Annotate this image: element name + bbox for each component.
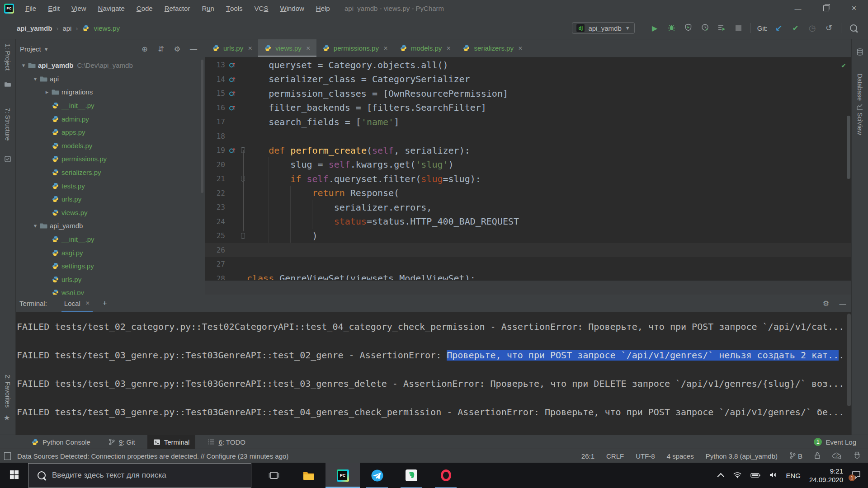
- tree-item-views-py[interactable]: views.py: [15, 206, 205, 220]
- override-marker-icon[interactable]: [225, 147, 239, 154]
- fold-marker-icon[interactable]: [239, 233, 247, 239]
- hide-panel-icon[interactable]: —: [187, 45, 200, 53]
- inspection-ok-icon[interactable]: ✔: [841, 61, 846, 70]
- volume-icon[interactable]: [769, 472, 777, 479]
- new-terminal-button[interactable]: +: [103, 299, 107, 308]
- close-button[interactable]: ×: [840, 0, 868, 17]
- tree-item-urls-py[interactable]: urls.py: [15, 273, 205, 286]
- terminal-minimize-icon[interactable]: —: [834, 300, 852, 307]
- tree-item-permissions-py[interactable]: permissions.py: [15, 152, 205, 166]
- profiler-button[interactable]: [697, 21, 713, 35]
- close-icon[interactable]: ✕: [518, 45, 523, 52]
- keyboard-language-button[interactable]: ENG: [786, 472, 801, 479]
- sidebar-item-sciview[interactable]: SciView: [856, 113, 863, 135]
- tree-item-serializers-py[interactable]: serializers.py: [15, 166, 205, 179]
- pycharm-taskbar-button[interactable]: [326, 463, 360, 488]
- tree-item-wsgi-py[interactable]: wsgi.py: [15, 286, 205, 295]
- tree-item-urls-py[interactable]: urls.py: [15, 192, 205, 206]
- menu-item-tools[interactable]: Tools: [220, 0, 249, 17]
- close-icon[interactable]: ✕: [383, 45, 388, 52]
- override-marker-icon[interactable]: [225, 76, 239, 83]
- git-rollback-button[interactable]: ↺: [821, 21, 837, 35]
- tab-views-py[interactable]: views.py✕: [258, 39, 316, 57]
- commit-tool-icon[interactable]: [5, 156, 11, 164]
- status-message[interactable]: Data Sources Detected: Connection proper…: [17, 452, 288, 460]
- override-marker-icon[interactable]: [225, 90, 239, 97]
- collapse-all-icon[interactable]: ⇵: [154, 45, 168, 53]
- override-marker-icon[interactable]: [225, 61, 239, 68]
- tree-item-api[interactable]: ▾api: [15, 72, 205, 86]
- hidden-icons-chevron-icon[interactable]: [717, 473, 725, 480]
- close-icon[interactable]: ✕: [446, 45, 451, 52]
- minimize-button[interactable]: —: [784, 0, 812, 17]
- inspection-profile-hector-icon[interactable]: [854, 451, 861, 460]
- tree-item-settings-py[interactable]: settings.py: [15, 259, 205, 273]
- toolwindow-button-python-console[interactable]: Python Console: [25, 435, 96, 449]
- code-with-me-cloud-icon[interactable]: ?: [832, 452, 842, 460]
- code-editor[interactable]: 13 queryset = Category.objects.all()14 s…: [205, 57, 851, 280]
- locate-file-icon[interactable]: ⊕: [138, 45, 151, 53]
- menu-item-edit[interactable]: Edit: [42, 0, 66, 17]
- git-commit-button[interactable]: ✔: [787, 21, 804, 35]
- breadcrumb-item-views-py[interactable]: views.py: [94, 24, 120, 32]
- action-center-button[interactable]: 1: [852, 471, 861, 480]
- file-explorer-button[interactable]: [291, 463, 326, 488]
- network-icon[interactable]: [733, 471, 742, 480]
- opera-taskbar-button[interactable]: [429, 463, 463, 488]
- search-everywhere-button[interactable]: [845, 21, 862, 35]
- tab-urls-py[interactable]: urls.py✕: [206, 39, 258, 57]
- taskbar-search-input[interactable]: Введите здесь текст для поиска: [28, 463, 251, 488]
- debug-button[interactable]: [663, 21, 680, 35]
- event-log-button[interactable]: 1 Event Log: [814, 438, 856, 446]
- menu-item-view[interactable]: View: [66, 0, 92, 17]
- close-icon[interactable]: ✕: [85, 300, 90, 306]
- menu-item-navigate[interactable]: Navigate: [92, 0, 131, 17]
- tab-serializers-py[interactable]: serializers.py✕: [457, 39, 528, 57]
- project-scrollbar[interactable]: [201, 60, 203, 193]
- lock-icon[interactable]: [814, 452, 821, 460]
- editor-scrollbar[interactable]: [847, 116, 850, 179]
- sidebar-item-structure[interactable]: 7: Structure: [4, 108, 11, 141]
- terminal-tab-local[interactable]: Local ✕: [60, 295, 94, 312]
- sidebar-item-favorites[interactable]: 2: Favorites: [4, 375, 11, 408]
- gear-icon[interactable]: ⚙: [170, 45, 184, 53]
- menu-item-run[interactable]: Run: [196, 0, 220, 17]
- close-icon[interactable]: ✕: [248, 45, 252, 52]
- run-configuration-select[interactable]: dj api_yamdb ▼: [572, 22, 634, 34]
- indent-style[interactable]: 4 spaces: [667, 452, 694, 460]
- file-encoding[interactable]: UTF-8: [636, 452, 655, 460]
- fold-marker-icon[interactable]: [239, 176, 247, 182]
- project-folder-icon[interactable]: [5, 81, 11, 89]
- start-button[interactable]: [0, 463, 28, 488]
- menu-item-file[interactable]: File: [19, 0, 42, 17]
- tab-permissions-py[interactable]: permissions.py✕: [316, 39, 394, 57]
- line-endings[interactable]: CRLF: [606, 452, 624, 460]
- run-button[interactable]: ▶: [646, 21, 663, 35]
- favorites-star-icon[interactable]: ★: [4, 413, 10, 422]
- git-update-button[interactable]: ↙: [770, 21, 787, 35]
- close-icon[interactable]: ✕: [306, 45, 311, 52]
- sciview-icon[interactable]: [857, 103, 863, 111]
- tab-models-py[interactable]: models.py✕: [394, 39, 457, 57]
- python-interpreter[interactable]: Python 3.8 (api_yamdb): [706, 452, 778, 460]
- terminal-output[interactable]: FAILED tests/test_02_category.py::Test02…: [15, 312, 852, 434]
- run-anything-button[interactable]: [713, 21, 730, 35]
- battery-icon[interactable]: [750, 472, 760, 479]
- terminal-scrollbar[interactable]: [847, 314, 851, 406]
- chevron-down-icon[interactable]: ▼: [44, 47, 49, 52]
- breadcrumb-item-api-yamdb[interactable]: api_yamdb: [17, 24, 52, 32]
- tree-item-migrations[interactable]: ▸migrations: [15, 85, 205, 99]
- editor-bottom-splitter[interactable]: [205, 280, 851, 295]
- tree-item-api-yamdb[interactable]: ▾api_yamdb: [15, 219, 205, 233]
- menu-item-help[interactable]: Help: [310, 0, 336, 17]
- git-history-button[interactable]: ◷: [804, 21, 821, 35]
- caret-position[interactable]: 26:1: [581, 452, 594, 460]
- menu-item-window[interactable]: Window: [274, 0, 310, 17]
- menu-item-code[interactable]: Code: [131, 0, 159, 17]
- toolwindow-button-6-todo[interactable]: 6: TODO: [202, 435, 251, 449]
- telegram-taskbar-button[interactable]: [360, 463, 394, 488]
- clock-widget[interactable]: 9:21 24.09.2020: [809, 467, 843, 484]
- tree-item-asgi-py[interactable]: asgi.py: [15, 246, 205, 259]
- terminal-settings-gear-icon[interactable]: ⚙: [818, 299, 834, 308]
- tree-item-init-py[interactable]: __init__.py: [15, 99, 205, 113]
